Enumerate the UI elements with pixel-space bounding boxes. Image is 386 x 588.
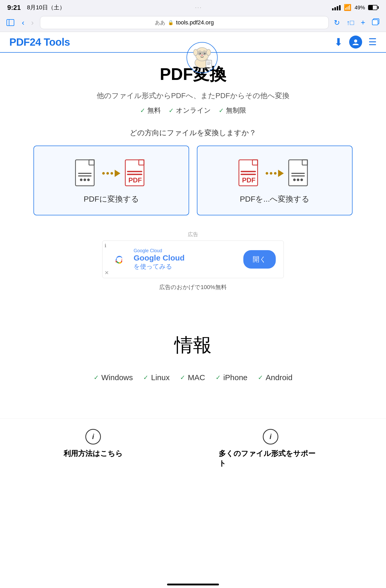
site-logo[interactable]: PDF24 Tools xyxy=(9,36,70,48)
url-text: tools.pdf24.org xyxy=(176,19,214,26)
ad-brand-main: Google Cloud xyxy=(134,254,185,262)
bottom-cards: i 利用方法はこちら i 多くのファイル形式をサポート xyxy=(0,418,386,484)
feature-badges: ✓ 無料 ✓ オンライン ✓ 無制限 xyxy=(16,106,370,115)
bottom-card-howto-label: 利用方法はこちら xyxy=(64,449,123,459)
share-button[interactable]: ↑□ xyxy=(346,18,355,28)
ad-open-button[interactable]: 開く xyxy=(243,250,276,269)
check-icon-unlimited: ✓ xyxy=(219,107,224,114)
bottom-card-howto[interactable]: i 利用方法はこちら xyxy=(64,429,123,468)
ad-brand-sub: を使ってみる xyxy=(134,262,185,271)
platform-linux-label: Linux xyxy=(151,373,170,382)
arrow-icon-2 xyxy=(266,170,284,177)
platform-mac-label: MAC xyxy=(188,373,205,382)
check-linux: ✓ xyxy=(143,374,148,381)
mascot-svg xyxy=(188,43,216,72)
ad-free-note: 広告のおかげで100%無料 xyxy=(102,283,284,291)
platform-android-label: Android xyxy=(266,373,292,382)
battery-icon xyxy=(368,5,379,10)
svg-text:PDF: PDF xyxy=(128,176,142,184)
svg-point-46 xyxy=(293,179,296,181)
svg-rect-3 xyxy=(372,20,378,25)
check-windows: ✓ xyxy=(94,374,99,381)
main-content: PDF変換 他のファイル形式からPDFへ、またPDFからその他へ変換 ✓ 無料 … xyxy=(0,53,386,312)
wifi-icon: 📶 xyxy=(344,4,351,11)
reload-button[interactable]: ↻ xyxy=(333,17,341,28)
info-section: 情報 ✓ Windows ✓ Linux ✓ MAC ✓ iPhone ✓ An… xyxy=(0,312,386,418)
download-icon[interactable]: ⬇ xyxy=(334,36,343,48)
ad-info-icon: ℹ xyxy=(105,243,106,249)
status-time: 9:21 xyxy=(7,4,21,12)
google-cloud-logo xyxy=(110,250,128,269)
info-icon-howto: i xyxy=(85,429,101,445)
ad-brand-small: Google Cloud xyxy=(134,248,185,254)
svg-point-26 xyxy=(80,179,82,181)
generic-dest-icon xyxy=(288,159,311,188)
svg-point-47 xyxy=(297,179,299,181)
svg-point-20 xyxy=(354,39,357,43)
arrow-icon xyxy=(102,170,120,177)
check-android: ✓ xyxy=(258,374,263,381)
to-pdf-label: PDFに変換する xyxy=(84,194,139,204)
pdf-file-icon: PDF xyxy=(125,159,148,188)
svg-point-48 xyxy=(300,179,303,181)
ad-section: 広告 ℹ xyxy=(102,231,284,291)
svg-point-10 xyxy=(201,54,203,56)
address-bar[interactable]: ああ 🔒 tools.pdf24.org xyxy=(40,16,329,29)
ad-text: Google Cloud Google Cloud を使ってみる xyxy=(134,248,185,271)
bottom-card-formats[interactable]: i 多くのファイル形式をサポート xyxy=(219,429,322,468)
ad-label: 広告 xyxy=(102,231,284,238)
hamburger-menu-icon[interactable]: ☰ xyxy=(368,37,377,47)
badge-online-label: オンライン xyxy=(176,106,211,115)
platform-list: ✓ Windows ✓ Linux ✓ MAC ✓ iPhone ✓ Andro… xyxy=(16,373,370,382)
page-subtitle: 他のファイル形式からPDFへ、またPDFからその他へ変換 xyxy=(16,91,370,101)
browser-toolbar: ‹ › ああ 🔒 tools.pdf24.org ↻ ↑□ + xyxy=(0,14,386,32)
platform-windows: ✓ Windows xyxy=(94,373,133,382)
home-indicator xyxy=(0,578,386,588)
svg-point-28 xyxy=(87,179,90,181)
ad-close-icon[interactable]: ✕ xyxy=(105,270,109,276)
status-right: 📶 49% xyxy=(332,4,379,11)
from-pdf-icons: PDF xyxy=(238,159,311,188)
svg-point-27 xyxy=(84,179,86,181)
lock-icon: 🔒 xyxy=(168,20,174,25)
mascot-logo xyxy=(187,42,218,73)
to-pdf-icons: PDF xyxy=(75,159,148,188)
info-title: 情報 xyxy=(16,333,370,358)
to-pdf-card[interactable]: PDF PDFに変換する xyxy=(33,146,189,215)
signal-icon xyxy=(332,5,341,10)
badge-unlimited: ✓ 無制限 xyxy=(219,106,246,115)
svg-point-50 xyxy=(117,258,122,262)
browser-actions: ↻ ↑□ + xyxy=(333,17,381,28)
ad-box: ℹ Google Cloud xyxy=(102,241,284,278)
from-pdf-card[interactable]: PDF xyxy=(197,146,353,215)
add-tab-button[interactable]: + xyxy=(360,17,366,28)
svg-rect-16 xyxy=(206,60,212,67)
badge-online: ✓ オンライン xyxy=(169,106,211,115)
direction-question: どの方向にファイルを変換しますか？ xyxy=(16,128,370,138)
check-mac: ✓ xyxy=(180,374,185,381)
from-pdf-label: PDFを...へ変換する xyxy=(240,194,309,204)
platform-iphone-label: iPhone xyxy=(223,373,247,382)
generic-file-icon xyxy=(75,159,98,188)
svg-rect-0 xyxy=(7,19,14,26)
svg-point-11 xyxy=(194,49,198,56)
user-icon-button[interactable] xyxy=(349,36,362,49)
site-header: PDF24 Tools xyxy=(0,32,386,53)
bottom-card-formats-label: 多くのファイル形式をサポート xyxy=(219,449,322,468)
back-button[interactable]: ‹ xyxy=(20,17,26,28)
home-bar xyxy=(167,584,219,585)
platform-windows-label: Windows xyxy=(101,373,133,382)
dots-icon: ··· xyxy=(195,4,202,11)
sidebar-toggle-button[interactable] xyxy=(5,18,16,27)
ad-content-left: Google Cloud Google Cloud を使ってみる xyxy=(110,248,185,271)
status-date: 8月10日（土） xyxy=(27,4,65,11)
conversion-cards: PDF PDFに変換する PDF xyxy=(16,146,370,215)
tabs-button[interactable] xyxy=(371,17,381,28)
battery-percent: 49% xyxy=(355,5,365,11)
badge-unlimited-label: 無制限 xyxy=(226,106,246,115)
status-left: 9:21 8月10日（土） xyxy=(7,4,65,12)
browser-nav: ‹ › xyxy=(20,17,36,28)
forward-button[interactable]: › xyxy=(29,17,36,28)
pdf-source-icon: PDF xyxy=(238,159,261,188)
svg-point-9 xyxy=(204,53,205,54)
